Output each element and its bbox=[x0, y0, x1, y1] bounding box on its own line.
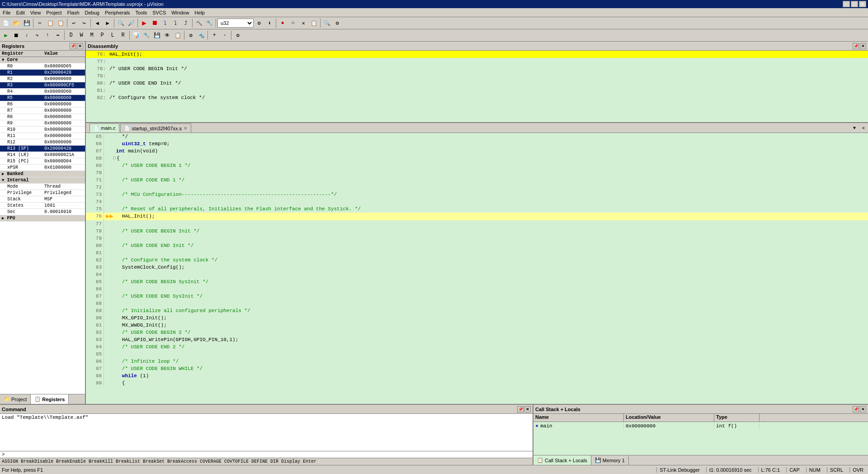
startup-close[interactable]: ✕ bbox=[184, 126, 187, 131]
zoom-btn[interactable]: 🔍 bbox=[322, 18, 332, 28]
close-button[interactable]: ✕ bbox=[859, 1, 866, 7]
maximize-button[interactable]: □ bbox=[851, 1, 858, 7]
open-btn[interactable]: 📂 bbox=[11, 18, 21, 28]
bp-area[interactable] bbox=[106, 379, 113, 387]
redo-btn[interactable]: ↪ bbox=[79, 18, 89, 28]
registers-scroll[interactable]: Register Value ▼ CoreR0 0x08000D05R1 0x2… bbox=[0, 51, 85, 394]
bp-area[interactable] bbox=[106, 271, 113, 278]
callstack-content[interactable]: ● main 0x00000000 int f() bbox=[533, 422, 868, 455]
extra2-btn[interactable]: - bbox=[220, 30, 230, 40]
settings-btn[interactable]: ⚙ bbox=[332, 18, 342, 28]
show-regs-btn[interactable]: 📊 bbox=[131, 30, 141, 40]
bp-area[interactable] bbox=[106, 285, 113, 293]
show-call-btn[interactable]: 📋 bbox=[173, 30, 183, 40]
bp-area[interactable] bbox=[106, 307, 113, 314]
debug-step-into-btn[interactable]: ↓ bbox=[22, 30, 32, 40]
bp-area[interactable] bbox=[106, 336, 113, 343]
nav-fwd-btn[interactable]: ▶ bbox=[103, 18, 113, 28]
code-content[interactable]: 65 */66 uint32_t temp=0;67 bbox=[86, 133, 868, 404]
bp-area[interactable] bbox=[106, 314, 113, 322]
debug-step-out2-btn[interactable]: ↑ bbox=[42, 30, 52, 40]
disassembly-content[interactable]: 76: HAL_Init();77: 78: /* USER CODE BEGI… bbox=[86, 51, 868, 122]
view-disasm-btn[interactable]: D bbox=[66, 30, 76, 40]
bp-area[interactable] bbox=[106, 169, 113, 176]
step-over-btn[interactable]: ⤵ bbox=[170, 18, 180, 28]
bp-area[interactable] bbox=[106, 235, 113, 242]
menu-peripherals[interactable]: Peripherals bbox=[102, 9, 133, 16]
debug-run-btn[interactable]: ▶ bbox=[1, 30, 11, 40]
command-input[interactable] bbox=[6, 452, 531, 457]
bp-area[interactable] bbox=[106, 147, 113, 155]
bp-area[interactable] bbox=[106, 322, 113, 329]
menu-view[interactable]: View bbox=[28, 9, 44, 16]
registers-pin-icon[interactable]: 📌 bbox=[70, 43, 76, 49]
bp-area[interactable] bbox=[106, 278, 113, 285]
tool1-btn[interactable]: ⚙ bbox=[186, 30, 196, 40]
build-btn[interactable]: 🔨 bbox=[194, 18, 204, 28]
step-out-btn[interactable]: ⤴ bbox=[181, 18, 191, 28]
bp-area[interactable] bbox=[106, 191, 113, 198]
bp-area[interactable] bbox=[106, 300, 113, 307]
tab-registers[interactable]: 📋 Registers bbox=[31, 394, 69, 404]
target-settings-btn[interactable]: ⚙ bbox=[254, 18, 264, 28]
bp-area[interactable] bbox=[106, 140, 113, 147]
bp-area[interactable] bbox=[106, 228, 113, 235]
disassembly-close-icon[interactable]: ✕ bbox=[860, 43, 866, 49]
bp-area[interactable] bbox=[106, 205, 113, 213]
menu-window[interactable]: Window bbox=[169, 9, 192, 16]
clear-bp-btn[interactable]: ✕ bbox=[298, 18, 308, 28]
nav-back-btn[interactable]: ◀ bbox=[92, 18, 102, 28]
new-file-btn[interactable]: 📄 bbox=[1, 18, 11, 28]
bp-area[interactable] bbox=[106, 133, 113, 140]
menu-tools[interactable]: Tools bbox=[133, 9, 150, 16]
stop-btn[interactable]: ⏹ bbox=[150, 18, 160, 28]
tab-project[interactable]: 📁 Project bbox=[0, 394, 31, 404]
bp-area[interactable] bbox=[106, 293, 113, 300]
step-btn[interactable]: ⤵ bbox=[160, 18, 170, 28]
disable-bp-btn[interactable]: ○ bbox=[288, 18, 298, 28]
view-perf-btn[interactable]: P bbox=[97, 30, 107, 40]
show-mem2-btn[interactable]: 💾 bbox=[152, 30, 162, 40]
tab-close-btn[interactable]: ✕ bbox=[859, 123, 868, 133]
bp-area[interactable] bbox=[106, 372, 113, 379]
bp-area[interactable] bbox=[106, 343, 113, 351]
menu-help[interactable]: Help bbox=[192, 9, 208, 16]
config-btn[interactable]: ⚙ bbox=[233, 30, 243, 40]
bp-list-btn[interactable]: 📋 bbox=[309, 18, 319, 28]
callstack-close-icon[interactable]: ✕ bbox=[860, 406, 866, 412]
view-watch-btn[interactable]: W bbox=[76, 30, 86, 40]
registers-close-icon[interactable]: ✕ bbox=[77, 43, 83, 49]
command-close-icon[interactable]: ✕ bbox=[524, 406, 531, 412]
target-load-btn[interactable]: ⬇ bbox=[264, 18, 274, 28]
bp-area[interactable] bbox=[106, 162, 113, 169]
bp-area[interactable] bbox=[106, 264, 113, 271]
find-btn[interactable]: 🔍 bbox=[116, 18, 126, 28]
save-btn[interactable]: 💾 bbox=[22, 18, 32, 28]
view-reg-btn[interactable]: R bbox=[118, 30, 128, 40]
copy-btn[interactable]: 📋 bbox=[45, 18, 55, 28]
debug-stop-btn[interactable]: ⏹ bbox=[11, 30, 21, 40]
rebuild-btn[interactable]: 🔧 bbox=[204, 18, 214, 28]
bp-area[interactable] bbox=[106, 198, 113, 205]
bp-area[interactable] bbox=[106, 176, 113, 184]
command-pin-icon[interactable]: 📌 bbox=[517, 406, 524, 412]
view-mem-btn[interactable]: M bbox=[87, 30, 97, 40]
code-tab-mainc[interactable]: 📄 main.c bbox=[90, 123, 119, 133]
bp-area[interactable] bbox=[106, 242, 113, 249]
run-btn[interactable]: ▶ bbox=[139, 18, 149, 28]
bp-area[interactable] bbox=[106, 155, 113, 162]
bp-area[interactable] bbox=[106, 249, 113, 256]
bp-area[interactable] bbox=[106, 358, 113, 365]
menu-flash[interactable]: Flash bbox=[65, 9, 82, 16]
callstack-pin-icon[interactable]: 📌 bbox=[853, 406, 859, 412]
bp-area[interactable] bbox=[106, 184, 113, 191]
bp-area[interactable] bbox=[106, 329, 113, 336]
paste-btn[interactable]: 📋 bbox=[56, 18, 66, 28]
menu-file[interactable]: File bbox=[0, 9, 14, 16]
show-periph-btn[interactable]: 🔧 bbox=[142, 30, 151, 40]
debug-run-to-btn[interactable]: ➡ bbox=[53, 30, 63, 40]
view-logic-btn[interactable]: L bbox=[108, 30, 118, 40]
replace-btn[interactable]: 🔎 bbox=[126, 18, 136, 28]
debug-step-over2-btn[interactable]: ↷ bbox=[32, 30, 42, 40]
menu-svcs[interactable]: SVCS bbox=[150, 9, 169, 16]
